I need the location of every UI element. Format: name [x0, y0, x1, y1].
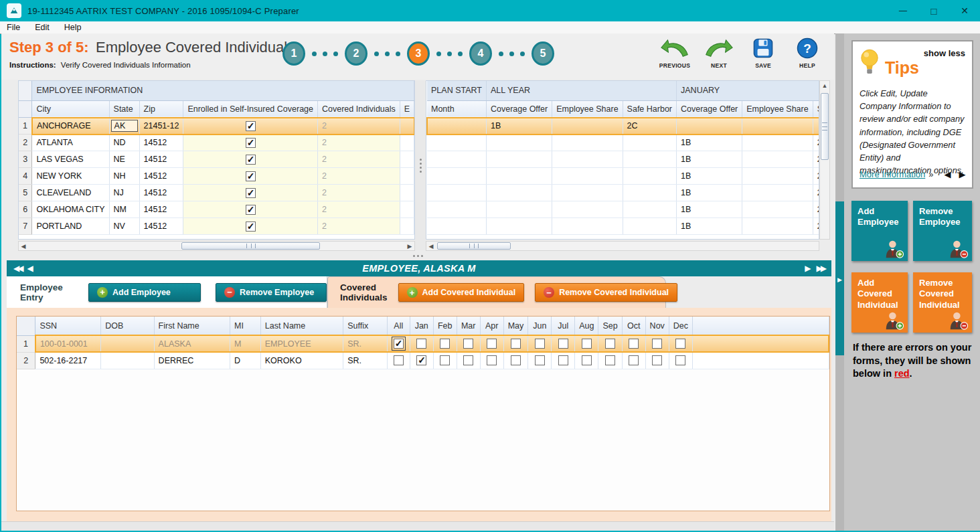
menu-file[interactable]: File	[7, 23, 20, 32]
month-checkbox-aug[interactable]	[582, 339, 592, 349]
cell-coverage[interactable]	[742, 218, 813, 235]
month-checkbox-jun[interactable]	[535, 339, 545, 349]
cell-coverage[interactable]: 2C	[813, 185, 819, 201]
month-checkbox-apr[interactable]	[487, 339, 497, 349]
month-checkbox-all[interactable]	[394, 339, 404, 349]
cell-covered-individuals[interactable]: 2	[318, 151, 400, 168]
remove-employee-side-button[interactable]: Remove Employee	[913, 201, 972, 261]
cell-city[interactable]: NEW YORK	[32, 168, 109, 185]
cell-month-oct[interactable]	[622, 335, 645, 352]
month-checkbox-jan[interactable]	[416, 339, 426, 349]
enrolled-checkbox[interactable]	[246, 221, 256, 232]
cell-month-all[interactable]	[387, 352, 410, 369]
cell-coverage[interactable]	[486, 168, 552, 185]
month-checkbox-aug[interactable]	[582, 355, 592, 365]
cell-coverage[interactable]: 2C	[813, 151, 819, 168]
cell-covered-individuals[interactable]: 2	[318, 185, 400, 201]
enrolled-checkbox[interactable]	[246, 171, 256, 181]
cell-zip[interactable]: 21451-12	[139, 118, 183, 135]
cell-zip[interactable]: 14512	[139, 201, 183, 218]
month-checkbox-nov[interactable]	[652, 339, 662, 349]
cell-enrolled[interactable]	[183, 218, 318, 235]
month-checkbox-apr[interactable]	[487, 355, 497, 365]
cell-coverage[interactable]	[623, 218, 676, 235]
cell-coverage[interactable]	[742, 185, 813, 201]
remove-employee-button[interactable]: − Remove Employee	[216, 283, 327, 302]
cell-city[interactable]: ANCHORAGE	[32, 118, 109, 135]
cell-enrolled[interactable]	[183, 168, 318, 185]
column-header[interactable]: Employee Share	[552, 100, 623, 118]
panel-horizontal-splitter[interactable]	[1, 252, 834, 260]
cell-coverage[interactable]	[623, 168, 676, 185]
cell-month-dec[interactable]	[669, 352, 692, 369]
menu-edit[interactable]: Edit	[35, 23, 50, 32]
hscroll-thumb[interactable]	[181, 242, 320, 250]
cell-covered-individuals[interactable]: 2	[318, 218, 400, 235]
side-panel-splitter[interactable]	[835, 33, 844, 531]
cell-month-jan[interactable]	[410, 352, 433, 369]
employee-row[interactable]: 7PORTLANDNV145122	[19, 218, 414, 235]
cell-state[interactable]: AK	[109, 118, 139, 135]
column-header[interactable]: Safe Harbor	[623, 100, 676, 118]
cell-month-nov[interactable]	[645, 335, 669, 352]
column-header[interactable]: MI	[230, 317, 261, 335]
cell-city[interactable]: PORTLAND	[32, 218, 109, 235]
cell-coverage[interactable]	[623, 151, 676, 168]
cell-coverage[interactable]	[552, 151, 623, 168]
cell-coverage[interactable]	[427, 168, 486, 185]
covered-individual-row[interactable]: 2502-16-2217DERRECDKOROKOSR.	[17, 352, 829, 369]
cell-month-jan[interactable]	[410, 335, 433, 352]
cell-stub[interactable]	[400, 151, 414, 168]
coverage-grid-hscrollbar[interactable]	[426, 241, 819, 251]
month-checkbox-mar[interactable]	[463, 339, 473, 349]
vscroll-thumb[interactable]	[821, 93, 829, 160]
cell-enrolled[interactable]	[183, 118, 318, 135]
cell-stub[interactable]	[400, 201, 414, 218]
cell-coverage[interactable]	[742, 201, 813, 218]
cell-coverage[interactable]: 2C	[813, 168, 819, 185]
menu-help[interactable]: Help	[64, 23, 82, 32]
tab-employee-entry[interactable]: Employee Entry + Add Employee − Remove E…	[7, 276, 327, 308]
cell-month-may[interactable]	[503, 335, 528, 352]
cell-coverage[interactable]	[742, 135, 813, 151]
cell-month-feb[interactable]	[433, 335, 457, 352]
cell-coverage[interactable]	[623, 185, 676, 201]
scroll-left-icon[interactable]	[19, 243, 28, 250]
cell-coverage[interactable]	[427, 201, 486, 218]
cell-first-name[interactable]: DERREC	[154, 352, 230, 369]
cell-dob[interactable]	[101, 352, 154, 369]
column-header-dec[interactable]: Dec	[669, 317, 692, 335]
month-checkbox-jul[interactable]	[558, 339, 568, 349]
employee-row[interactable]: 1ANCHORAGEAK21451-122	[19, 118, 414, 135]
cell-ssn[interactable]: 100-01-0001	[35, 335, 101, 352]
month-checkbox-jul[interactable]	[558, 355, 568, 365]
cell-coverage[interactable]	[552, 118, 623, 135]
coverage-row[interactable]: 1B2C	[427, 218, 819, 235]
cell-coverage[interactable]	[486, 185, 552, 201]
remove-covered-individual-side-button[interactable]: Remove Covered Individual	[913, 272, 972, 333]
column-header[interactable]: Employee Share	[742, 100, 813, 118]
cell-coverage[interactable]	[486, 218, 552, 235]
remove-covered-individual-button[interactable]: − Remove Covered Individual	[535, 283, 677, 302]
month-checkbox-oct[interactable]	[629, 355, 639, 365]
cell-state[interactable]: NV	[109, 218, 139, 235]
column-header-jun[interactable]: Jun	[528, 317, 552, 335]
cell-stub[interactable]	[400, 118, 414, 135]
cell-zip[interactable]: 14512	[139, 185, 183, 201]
column-header[interactable]: City	[32, 100, 109, 118]
side-panel-collapse-bar[interactable]	[835, 201, 844, 355]
add-covered-individual-side-button[interactable]: Add Covered Individual	[851, 272, 908, 333]
cell-month-feb[interactable]	[433, 352, 457, 369]
show-less-link[interactable]: show less	[924, 48, 965, 58]
coverage-row[interactable]: 1B2C	[427, 151, 819, 168]
column-header[interactable]: DOB	[101, 317, 154, 335]
cell-stub[interactable]	[400, 168, 414, 185]
save-button[interactable]: SAVE	[746, 36, 781, 69]
covered-individual-row[interactable]: 1100-01-0001ALASKAMEMPLOYEESR.	[17, 335, 829, 352]
cell-month-may[interactable]	[503, 352, 528, 369]
cell-coverage[interactable]	[742, 151, 813, 168]
cell-coverage[interactable]	[427, 118, 486, 135]
cell-coverage[interactable]	[486, 151, 552, 168]
cell-coverage[interactable]	[813, 118, 819, 135]
column-header[interactable]: State	[109, 100, 139, 118]
